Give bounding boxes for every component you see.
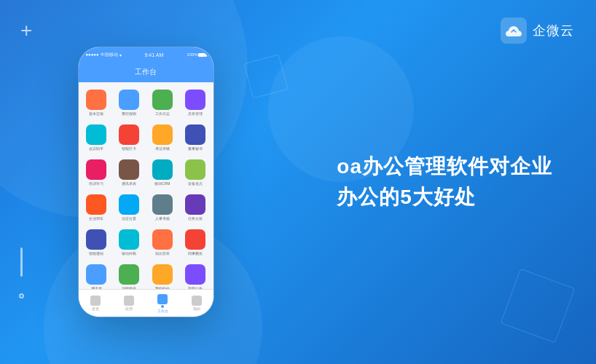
app-label: 设备巡点 [188,181,203,186]
app-item[interactable]: 功能报表 [114,261,144,289]
app-icon [119,194,139,215]
nav-label: 应用 [125,306,133,311]
app-item[interactable]: 任务分派 [180,191,210,223]
status-time: 9:41 AM [145,52,164,58]
app-icon [152,159,173,180]
app-item[interactable]: 移动外勤 [114,226,144,258]
app-icon [86,159,106,180]
app-icon [152,124,173,145]
nav-active-dot [161,305,164,308]
phone-status-bar: ●●●●● 中国移动 ▾ 9:41 AM 100% [79,47,213,62]
app-label: 智能打卡 [122,146,136,151]
app-icon [86,229,106,250]
app-item[interactable]: 工作日志 [147,87,177,119]
app-label: 基本定稿 [89,111,103,116]
app-icon [119,229,139,250]
plus-icon: + [20,20,32,41]
nav-item-应用[interactable]: 应用 [124,296,134,311]
app-icon [119,124,139,145]
app-item[interactable]: 基本定稿 [82,87,111,119]
app-item[interactable]: 预约约会 [147,261,177,289]
app-label: 费控报销 [122,111,136,116]
app-label: 会议助手 [89,146,103,151]
app-label: 培训学习 [89,181,103,186]
app-item[interactable]: 考证评级 [147,122,177,154]
app-icon [86,124,106,145]
nav-icon [124,296,134,306]
phone-header-title: 工作台 [135,67,157,77]
app-icon [119,90,139,110]
app-item[interactable]: 企业用车 [82,191,111,223]
app-label: 任务分派 [188,216,203,221]
app-label: 人事考核 [155,216,170,221]
app-icon [86,264,106,285]
app-icon [185,229,205,250]
app-icon [185,124,205,145]
nav-item-工作台[interactable]: 工作台 [157,294,168,313]
app-label: 移动CRM [154,181,170,186]
app-item[interactable]: 同事圈友 [180,226,210,258]
side-bar-decoration [20,248,23,277]
nav-icon [192,296,202,306]
app-icon [152,264,173,285]
status-carrier: ●●●●● 中国移动 ▾ [86,52,122,58]
app-item[interactable]: 通讯录 [82,261,111,289]
app-icon [152,90,173,110]
app-item[interactable]: 人事考核 [147,191,177,223]
app-item[interactable]: 培训学习 [82,157,111,189]
bg-geo-shape-1 [501,269,576,344]
nav-item-我的[interactable]: 我的 [192,296,202,311]
app-item[interactable]: 会议助手 [82,122,111,154]
nav-label: 我的 [193,306,200,311]
app-icon [119,264,139,285]
phone-content: 基本定稿 费控报销 工作日志 店务管理 会议助手 智能打卡 考证评级 董事秘书 … [79,82,213,289]
app-label: 工作日志 [155,111,170,116]
logo-area: 企微云 [501,17,574,44]
app-item[interactable]: 通讯录表 [114,157,144,189]
app-label: 法定位置 [122,216,136,221]
nav-item-首页[interactable]: 首页 [90,296,101,311]
app-item[interactable]: 设备巡点 [180,157,210,189]
phone-header: 工作台 [79,62,213,82]
app-icon [152,229,173,250]
app-label: 移动外勤 [122,251,136,256]
app-item[interactable]: 知识百科 [147,226,177,258]
app-label: 智能通知 [89,251,103,256]
app-icon [185,159,205,180]
app-grid: 基本定稿 费控报销 工作日志 店务管理 会议助手 智能打卡 考证评级 董事秘书 … [82,87,211,289]
app-item[interactable]: 法定位置 [114,191,144,223]
app-label: 同事圈友 [188,251,203,256]
nav-label: 工作台 [157,309,168,313]
main-title-line1: oa办公管理软件对企业 [337,151,552,182]
app-label: 店务管理 [188,111,203,116]
app-item[interactable]: 董事秘书 [180,122,210,154]
app-icon [185,194,205,215]
main-text-section: oa办公管理软件对企业 办公的5大好处 [337,151,552,213]
app-label: 考证评级 [155,146,170,151]
nav-label: 首页 [92,306,99,311]
main-title-line2: 办公的5大好处 [337,182,552,213]
phone-mockup: ●●●●● 中国移动 ▾ 9:41 AM 100% 工作台 基本定稿 费控报销 … [73,22,219,342]
logo-icon [501,17,527,44]
app-item[interactable]: 新闻公告 [180,261,210,289]
app-label: 董事秘书 [188,146,203,151]
logo-text: 企微云 [533,22,574,39]
app-label: 企业用车 [89,216,103,221]
app-item[interactable]: 移动CRM [147,157,177,189]
app-item[interactable]: 店务管理 [180,87,210,119]
app-item[interactable]: 费控报销 [114,87,144,119]
nav-icon [90,296,101,306]
status-battery: 100% [187,52,205,57]
app-icon [185,264,205,285]
main-title: oa办公管理软件对企业 办公的5大好处 [337,151,552,213]
app-item[interactable]: 智能通知 [82,226,111,258]
app-item[interactable]: 智能打卡 [114,122,144,154]
side-dot-decoration [19,293,24,298]
phone-body: ●●●●● 中国移动 ▾ 9:41 AM 100% 工作台 基本定稿 费控报销 … [79,47,213,317]
app-label: 通讯录表 [122,181,136,186]
app-label: 知识百科 [155,251,170,256]
app-icon [119,159,139,180]
nav-icon [157,294,168,304]
phone-bottom-nav: 首页 应用 工作台 我的 [79,289,213,317]
app-icon [86,90,106,110]
